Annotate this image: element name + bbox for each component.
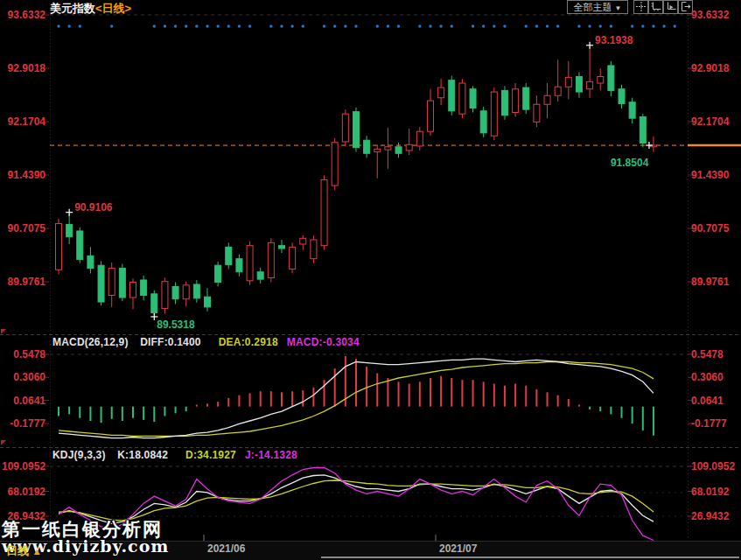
- triangle-up-icon: ▲: [32, 546, 42, 556]
- macd-macd-value: MACD:-0.3034: [287, 336, 360, 348]
- candle-body: [226, 247, 232, 264]
- candle-body: [406, 144, 412, 150]
- timeline-dot: [429, 24, 431, 27]
- timeline-dot: [439, 24, 442, 27]
- timeline-dot: [641, 24, 644, 27]
- timeline-dot: [556, 24, 559, 27]
- timeline-dot: [206, 24, 208, 27]
- pane-resize-icon[interactable]: [1, 329, 6, 334]
- kdj-indicator-header: KDJ(9,3,3) K:18.0842D:34.1927J:-14.1328: [52, 449, 306, 461]
- candle-body: [587, 81, 593, 88]
- chart-app-window: 美元指数<日线> 全部主题 ▼ MACD(26,12,9) DIFF:0.140…: [0, 0, 741, 560]
- candle-body: [364, 140, 370, 153]
- timeline-dot: [577, 24, 580, 27]
- axis-scale-icon[interactable]: [648, 0, 663, 14]
- timeline-dot: [238, 24, 241, 27]
- timeline-dot: [185, 24, 187, 27]
- timeline-dot: [67, 24, 70, 27]
- candle-body: [162, 282, 168, 309]
- timeline-dot: [631, 24, 633, 27]
- timeline-dot: [354, 24, 357, 27]
- timeline-dot: [57, 24, 59, 27]
- timeline-dot: [472, 24, 474, 27]
- theme-dropdown-label: 全部主题: [574, 2, 612, 12]
- candle-body: [534, 104, 540, 122]
- candle-body: [576, 77, 582, 93]
- candle-body: [66, 224, 73, 236]
- timeline-dot: [588, 24, 591, 27]
- candle-body: [353, 112, 359, 148]
- timeline-dot: [280, 24, 283, 27]
- candle-body: [342, 114, 348, 142]
- candle-body: [172, 286, 178, 298]
- candle-body: [119, 269, 125, 298]
- candle-body: [77, 231, 83, 260]
- candle-body: [236, 259, 242, 272]
- candle-body: [395, 147, 402, 154]
- candle-body: [257, 272, 263, 279]
- candle-body: [278, 246, 284, 248]
- pane-resize-icon[interactable]: [1, 440, 6, 445]
- chart-canvas[interactable]: [0, 0, 741, 560]
- candle-body: [598, 77, 604, 84]
- candle-body: [385, 147, 391, 150]
- timeline-dot: [662, 24, 665, 27]
- timeline-dot: [164, 24, 166, 27]
- candle-body: [56, 224, 62, 270]
- timeline-dot: [227, 24, 230, 27]
- theme-dropdown[interactable]: 全部主题 ▼: [567, 0, 628, 14]
- candle-body: [438, 88, 444, 98]
- candle-body: [427, 101, 433, 131]
- timeline-dot: [674, 24, 676, 27]
- candle-body: [321, 179, 327, 245]
- candle-body: [247, 246, 253, 281]
- timeline-dot: [269, 24, 272, 27]
- candle-body: [332, 143, 338, 186]
- timeline-dot: [535, 24, 538, 27]
- exit-right-icon[interactable]: [678, 0, 693, 14]
- symbol-name: 美元指数: [50, 2, 95, 15]
- macd-dea-value: DEA:0.2918: [219, 336, 278, 348]
- kdj-j-value: J:-14.1328: [245, 449, 297, 461]
- timeline-dot: [397, 24, 400, 27]
- candle-body: [480, 111, 486, 133]
- tab-daily-period[interactable]: 日线 ▲: [6, 543, 42, 559]
- candle-body: [470, 89, 476, 108]
- candle-body: [108, 269, 115, 296]
- candle-body: [311, 240, 317, 259]
- candle-body: [183, 285, 189, 299]
- timeline-dot: [153, 24, 156, 27]
- timeline-dot: [323, 24, 325, 27]
- candle-body: [98, 265, 104, 302]
- candle-body: [141, 280, 147, 296]
- macd-diff-value: DIFF:0.1400: [140, 336, 201, 348]
- timeline-dot: [344, 24, 346, 27]
- candle-body: [565, 77, 571, 87]
- candle-body: [513, 89, 519, 113]
- timeline-dot: [482, 24, 485, 27]
- timeline-dot: [290, 24, 293, 27]
- pan-icon[interactable]: [633, 0, 648, 14]
- candle-body: [640, 116, 646, 143]
- candle-body: [544, 95, 550, 104]
- page-title: 美元指数<日线>: [50, 1, 131, 17]
- candle-body: [555, 87, 561, 95]
- timeline-dot: [418, 24, 421, 27]
- timeline-dot: [652, 24, 654, 27]
- candle-body: [374, 149, 381, 151]
- candle-body: [629, 102, 635, 118]
- chevron-down-icon: ▼: [615, 4, 622, 12]
- candle-body: [193, 284, 199, 298]
- axis-shift-icon[interactable]: [663, 0, 678, 14]
- candle-body: [459, 83, 465, 114]
- timeline-dot: [610, 24, 612, 27]
- timeline-dot: [546, 24, 549, 27]
- timeline-dot: [333, 24, 336, 27]
- candle-body: [129, 282, 136, 298]
- timeline-dot: [493, 24, 495, 27]
- timeline-dot: [599, 24, 602, 27]
- candle-body: [523, 88, 529, 109]
- timeline-dot: [302, 24, 304, 27]
- candle-body: [619, 89, 625, 104]
- kdj-name: KDJ(9,3,3): [52, 449, 106, 461]
